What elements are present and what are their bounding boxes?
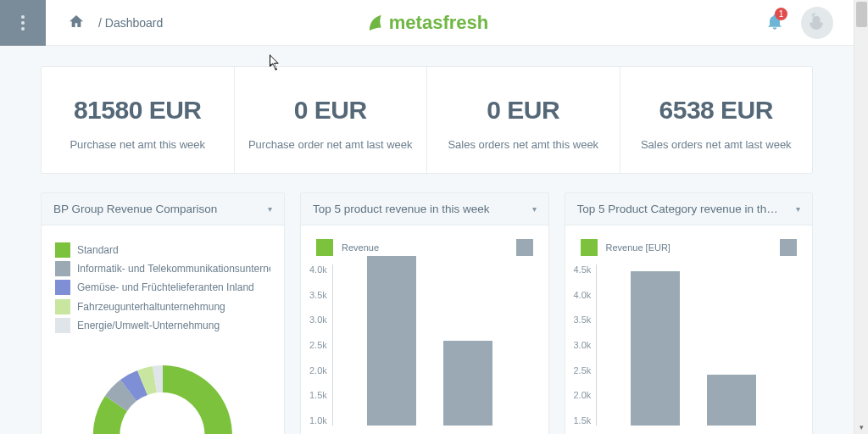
kpi-value: 0 EUR <box>243 96 419 125</box>
card-title: BP Group Revenue Comparison <box>53 203 268 215</box>
legend-swatch <box>55 280 70 295</box>
menu-button[interactable] <box>0 0 46 46</box>
legend-swatch <box>55 318 70 333</box>
bar <box>443 341 492 426</box>
kpi-purchase-this-week: 81580 EUR Purchase net amt this week <box>42 67 235 173</box>
scrollbar[interactable]: ▾ <box>854 0 868 434</box>
legend-label: Revenue <box>342 242 379 253</box>
card-bp-revenue: BP Group Revenue Comparison ▾ Standard I… <box>41 192 285 434</box>
legend-swatch <box>780 239 797 256</box>
kpi-value: 6538 EUR <box>629 96 804 125</box>
kebab-icon <box>21 15 25 31</box>
logo-text: metasfresh <box>389 12 488 34</box>
legend-swatch <box>516 239 533 256</box>
card-top-categories: Top 5 Product Category revenue in th… ▾ … <box>565 192 814 434</box>
kpi-sales-this-week: 0 EUR Sales orders net amt this week <box>427 67 620 173</box>
card-title: Top 5 Product Category revenue in th… <box>577 203 797 215</box>
bar <box>707 375 756 426</box>
card-top-products: Top 5 product revenue in this week ▾ Rev… <box>300 192 549 434</box>
scrollbar-down-icon[interactable]: ▾ <box>854 420 868 434</box>
legend-item: Fahrzeugunterhaltunternehmung <box>55 298 270 316</box>
chart-legend: Revenue <box>309 236 540 264</box>
legend-swatch <box>55 299 70 314</box>
legend-label: Revenue [EUR] <box>606 242 670 253</box>
home-icon[interactable] <box>70 15 83 31</box>
bar <box>367 256 416 426</box>
bar-chart: 4.5k 4.0k 3.5k 3.0k 2.5k 2.0k 1.5k <box>574 264 804 426</box>
y-axis: 4.0k 3.5k 3.0k 2.5k 2.0k 1.5k 1.0k <box>309 264 332 426</box>
donut-chart <box>50 350 275 434</box>
card-header[interactable]: BP Group Revenue Comparison ▾ <box>42 193 284 225</box>
card-title: Top 5 product revenue in this week <box>313 203 532 215</box>
kpi-purchase-last-week: 0 EUR Purchase order net amt last week <box>235 67 428 173</box>
notifications-button[interactable]: 1 <box>767 13 782 33</box>
bar-chart: 4.0k 3.5k 3.0k 2.5k 2.0k 1.5k 1.0k <box>309 264 540 426</box>
scrollbar-thumb[interactable] <box>856 2 867 27</box>
notifications-badge: 1 <box>775 8 787 20</box>
y-axis: 4.5k 4.0k 3.5k 3.0k 2.5k 2.0k 1.5k <box>574 264 597 426</box>
kpi-label: Sales orders net amt this week <box>436 138 611 151</box>
chevron-down-icon: ▾ <box>268 204 272 214</box>
avatar[interactable] <box>801 7 833 39</box>
kpi-row: 81580 EUR Purchase net amt this week 0 E… <box>41 66 813 174</box>
legend-swatch <box>581 239 598 256</box>
kpi-label: Purchase order net amt last week <box>243 138 419 151</box>
legend-item: Energie/Umwelt-Unternehmung <box>55 316 270 335</box>
kpi-sales-last-week: 6538 EUR Sales orders net amt last week <box>620 67 813 173</box>
legend-swatch <box>316 239 333 256</box>
app-header: / Dashboard metasfresh 1 <box>0 0 854 46</box>
kpi-label: Purchase net amt this week <box>50 138 225 151</box>
pie-legend: Standard Informatik- und Telekommunikati… <box>50 236 275 335</box>
card-header[interactable]: Top 5 Product Category revenue in th… ▾ <box>565 193 813 225</box>
legend-swatch <box>55 242 70 258</box>
kpi-value: 81580 EUR <box>50 96 225 125</box>
avatar-icon <box>807 13 827 33</box>
bar <box>631 271 680 426</box>
breadcrumb[interactable]: / Dashboard <box>98 16 163 30</box>
chevron-down-icon: ▾ <box>532 204 537 214</box>
legend-item: Gemüse- und Früchtelieferanten Inland <box>55 278 270 297</box>
kpi-label: Sales orders net amt last week <box>629 138 804 151</box>
card-header[interactable]: Top 5 product revenue in this week ▾ <box>301 193 548 225</box>
legend-item: Standard <box>55 241 270 259</box>
legend-item: Informatik- und Telekommunikationsuntern… <box>55 259 270 278</box>
chart-legend: Revenue [EUR] <box>574 236 804 264</box>
kpi-value: 0 EUR <box>436 96 611 125</box>
chevron-down-icon: ▾ <box>796 204 800 214</box>
legend-swatch <box>55 261 70 276</box>
logo[interactable]: metasfresh <box>365 12 488 34</box>
